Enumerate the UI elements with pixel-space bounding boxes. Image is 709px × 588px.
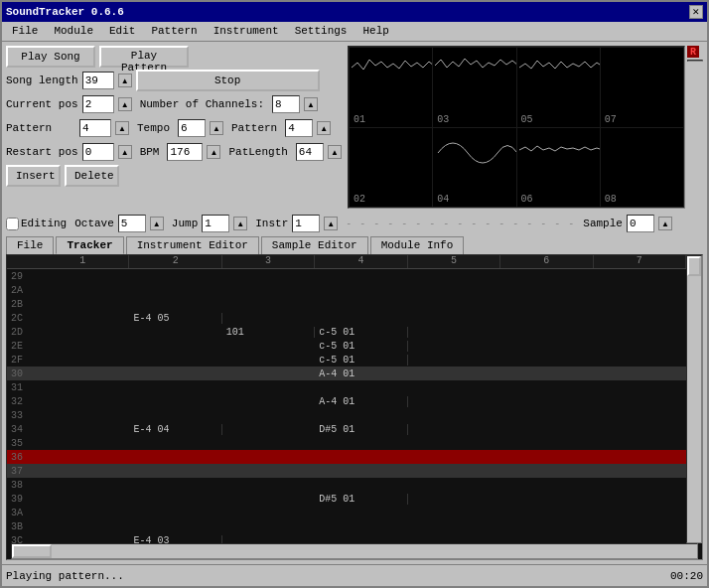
track-cell[interactable]: A-4 01	[315, 396, 407, 407]
pattern-up2[interactable]: ▲	[317, 121, 331, 135]
menu-pattern[interactable]: Pattern	[145, 24, 203, 39]
table-row[interactable]: 35	[7, 436, 686, 450]
restart-pos-up[interactable]: ▲	[118, 145, 132, 159]
track-cell[interactable]: c-5 01	[315, 355, 407, 366]
close-button[interactable]: ✕	[689, 5, 703, 19]
instr-input[interactable]	[292, 215, 320, 232]
sample-input[interactable]	[627, 215, 654, 232]
table-row[interactable]: 32A-4 01	[7, 394, 686, 408]
octave-up[interactable]: ▲	[150, 217, 164, 230]
restart-pos-input[interactable]	[82, 143, 114, 161]
tab-instrument-editor[interactable]: Instrument Editor	[126, 236, 259, 254]
insert-button[interactable]: Insert	[6, 165, 61, 187]
current-pos-input[interactable]	[82, 95, 114, 113]
song-length-up[interactable]: ▲	[118, 74, 132, 87]
col-headers: 1 2 3 4 5 6 7	[7, 255, 686, 269]
menu-bar: File Module Edit Pattern Instrument Sett…	[2, 22, 707, 42]
row-number: 3A	[7, 508, 37, 518]
stop-button[interactable]: Stop	[136, 70, 320, 91]
table-row[interactable]: 2B	[7, 297, 686, 311]
tracker-content: 1 2 3 4 5 6 7 292A2B2CE-4 052D101c-5 012…	[7, 255, 702, 543]
tempo-up[interactable]: ▲	[210, 121, 223, 135]
tab-module-info[interactable]: Module Info	[370, 236, 465, 254]
table-row[interactable]: 34E-4 04D#5 01	[7, 422, 686, 436]
wave-cell-02: 02	[350, 128, 432, 208]
menu-edit[interactable]: Edit	[103, 24, 141, 39]
table-row[interactable]: 3CE-4 03	[7, 533, 686, 543]
menu-file[interactable]: File	[6, 24, 44, 39]
table-row[interactable]: 36	[7, 450, 686, 464]
track-cell[interactable]: E-4 04	[129, 424, 221, 435]
channels-up[interactable]: ▲	[304, 97, 318, 111]
track-cell[interactable]: D#5 01	[315, 424, 407, 435]
vertical-scrollbar[interactable]	[686, 255, 702, 543]
song-length-input[interactable]	[82, 72, 114, 89]
play-pattern-button[interactable]: Play Pattern	[99, 46, 189, 68]
menu-help[interactable]: Help	[356, 24, 394, 39]
table-row[interactable]: 2A	[7, 283, 686, 297]
table-row[interactable]: 2Ec-5 01	[7, 339, 686, 353]
h-scrollbar-thumb[interactable]	[12, 544, 52, 558]
track-cell[interactable]: E-4 03	[129, 535, 221, 544]
pattern-label: Pattern	[6, 122, 75, 134]
table-row[interactable]: 2Fc-5 01	[7, 353, 686, 367]
pattern-input2[interactable]	[285, 119, 313, 137]
octave-input[interactable]	[118, 215, 146, 232]
jump-up[interactable]: ▲	[233, 217, 247, 230]
tracker-area: 1 2 3 4 5 6 7 292A2B2CE-4 052D101c-5 012…	[6, 254, 703, 560]
current-pos-up[interactable]: ▲	[118, 97, 132, 111]
current-pos-row: Current pos ▲ Number of Channels: ▲	[6, 93, 344, 115]
v-scrollbar-thumb[interactable]	[687, 256, 701, 276]
status-bar: Playing pattern... 00:20	[2, 564, 707, 586]
menu-instrument[interactable]: Instrument	[208, 24, 285, 39]
play-buttons: Play Song Play Pattern	[6, 46, 344, 68]
track-cell[interactable]: A-4 01	[315, 368, 407, 379]
patlength-up[interactable]: ▲	[328, 145, 342, 159]
table-row[interactable]: 39D#5 01	[7, 492, 686, 506]
track-cell[interactable]: E-4 05	[129, 313, 221, 324]
bpm-up[interactable]: ▲	[207, 145, 220, 159]
instr-up[interactable]: ▲	[324, 217, 338, 230]
jump-input[interactable]	[202, 215, 229, 232]
bpm-input[interactable]	[167, 143, 203, 161]
table-row[interactable]: 37	[7, 464, 686, 478]
patlength-input[interactable]	[296, 143, 324, 161]
table-row[interactable]: 38	[7, 478, 686, 492]
tempo-input[interactable]	[178, 119, 206, 137]
wave-label-01: 01	[354, 114, 365, 125]
row-number: 2E	[7, 341, 37, 352]
col-header-6: 6	[500, 255, 593, 268]
row-number: 31	[7, 382, 37, 393]
tab-sample-editor[interactable]: Sample Editor	[261, 236, 368, 254]
col-header-5: 5	[408, 255, 500, 268]
tab-file[interactable]: File	[6, 236, 54, 254]
table-row[interactable]: 33	[7, 408, 686, 422]
track-cell[interactable]: c-5 01	[315, 341, 407, 352]
table-row[interactable]: 30A-4 01	[7, 367, 686, 380]
table-row[interactable]: 3B	[7, 519, 686, 533]
horizontal-scrollbar[interactable]	[11, 543, 698, 559]
play-song-button[interactable]: Play Song	[6, 46, 95, 68]
pattern-row: Pattern ▲ Tempo ▲ Pattern ▲	[6, 117, 344, 139]
pattern-up[interactable]: ▲	[115, 121, 129, 135]
pattern-input[interactable]	[79, 119, 111, 137]
tab-tracker[interactable]: Tracker	[56, 236, 123, 254]
table-row[interactable]: 31	[7, 380, 686, 394]
jump-label: Jump	[172, 218, 198, 229]
menu-module[interactable]: Module	[48, 24, 99, 39]
table-row[interactable]: 2CE-4 05	[7, 311, 686, 325]
waveform-scrollbar[interactable]	[687, 60, 703, 62]
menu-settings[interactable]: Settings	[289, 24, 354, 39]
table-row[interactable]: 29	[7, 269, 686, 283]
channels-input[interactable]	[272, 95, 300, 113]
track-cell[interactable]: c-5 01	[315, 327, 407, 338]
track-cell[interactable]: 101	[222, 327, 315, 338]
delete-button[interactable]: Delete	[65, 165, 119, 187]
editing-checkbox[interactable]	[6, 218, 19, 230]
track-cell[interactable]: D#5 01	[315, 494, 407, 505]
table-row[interactable]: 2D101c-5 01	[7, 325, 686, 339]
table-row[interactable]: 3A	[7, 506, 686, 519]
sample-up[interactable]: ▲	[658, 217, 672, 230]
instr-label: Instr	[255, 218, 288, 229]
editing-checkbox-label[interactable]: Editing	[6, 218, 67, 230]
